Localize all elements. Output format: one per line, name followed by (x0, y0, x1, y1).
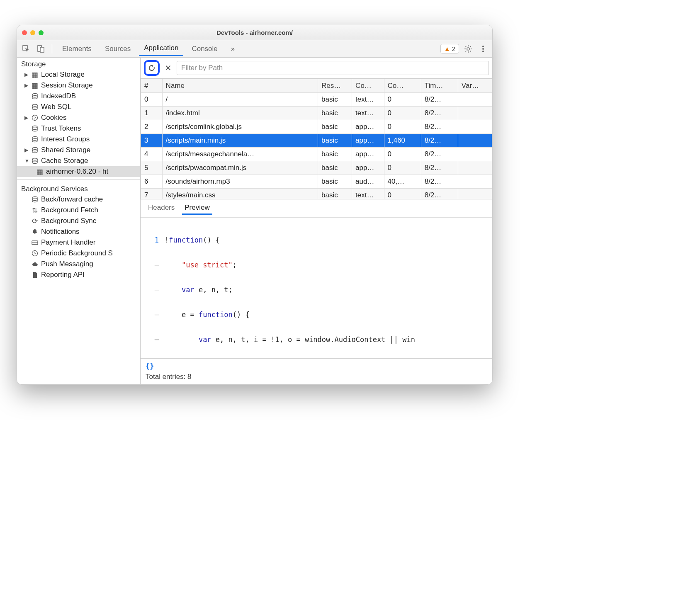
tab-elements[interactable]: Elements (57, 42, 97, 56)
col-time-cached[interactable]: Tim… (421, 79, 458, 93)
table-row[interactable]: 4/scripts/messagechannela…basicapp…08/2… (141, 148, 492, 161)
tab-headers[interactable]: Headers (146, 202, 177, 215)
inspect-icon[interactable] (20, 43, 32, 55)
cell-idx: 5 (141, 161, 163, 175)
cell-tc: 8/2… (421, 161, 458, 175)
cell-cl: 1,460 (384, 134, 421, 148)
settings-gear-icon[interactable] (462, 43, 474, 55)
svg-point-14 (32, 126, 37, 128)
sidebar-item-trust-tokens[interactable]: Trust Tokens (17, 123, 140, 134)
tab-console[interactable]: Console (187, 42, 222, 56)
cell-name: /scripts/comlink.global.js (162, 120, 318, 134)
col-content-length[interactable]: Co… (384, 79, 421, 93)
cell-tc: 8/2… (421, 107, 458, 120)
table-icon: ▦ (36, 168, 44, 175)
table-row[interactable]: 3/scripts/main.min.jsbasicapp…1,4608/2… (141, 134, 492, 148)
cell-var (458, 134, 492, 148)
tab-sources[interactable]: Sources (100, 42, 136, 56)
sidebar-item-cookies[interactable]: ▶Cookies (17, 112, 140, 123)
cookie-icon (31, 114, 39, 121)
svg-rect-2 (40, 47, 44, 52)
sidebar-item-local-storage[interactable]: ▶▦Local Storage (17, 69, 140, 80)
sidebar-item-bg-sync[interactable]: ⟳Background Sync (17, 216, 140, 226)
table-row[interactable]: 2/scripts/comlink.global.jsbasicapp…08/2… (141, 120, 492, 134)
main-toolbar: Elements Sources Application Console » ▲… (17, 40, 492, 58)
cell-var (458, 107, 492, 120)
sidebar-item-notifications[interactable]: Notifications (17, 226, 140, 237)
cell-ct: text… (352, 189, 384, 199)
cell-cl: 0 (384, 161, 421, 175)
sidebar-item-session-storage[interactable]: ▶▦Session Storage (17, 80, 140, 91)
cell-name: /index.html (162, 107, 318, 120)
clear-button[interactable]: ✕ (163, 63, 173, 73)
cloud-icon (31, 260, 39, 268)
cell-var (458, 175, 492, 189)
cell-name: /scripts/messagechannela… (162, 148, 318, 161)
sidebar-item-shared-storage[interactable]: ▶Shared Storage (17, 145, 140, 155)
sidebar-item-push[interactable]: Push Messaging (17, 259, 140, 269)
cell-name: /scripts/pwacompat.min.js (162, 161, 318, 175)
warning-icon: ▲ (444, 45, 450, 52)
bell-icon (31, 228, 39, 235)
col-response[interactable]: Res… (318, 79, 352, 93)
cell-res: basic (318, 134, 352, 148)
table-row[interactable]: 0/basictext…08/2… (141, 93, 492, 107)
sidebar-item-web-sql[interactable]: Web SQL (17, 102, 140, 112)
filter-input[interactable] (177, 61, 489, 75)
svg-point-4 (482, 46, 484, 47)
tab-application[interactable]: Application (139, 41, 183, 56)
warning-count: 2 (452, 45, 455, 52)
updown-icon: ⇅ (31, 206, 39, 214)
cell-ct: aud… (352, 175, 384, 189)
sidebar-item-cache-airhorner[interactable]: ▦airhorner-0.6.20 - ht (17, 166, 140, 177)
table-row[interactable]: 6/sounds/airhorn.mp3basicaud…40,…8/2… (141, 175, 492, 189)
tab-preview[interactable]: Preview (182, 202, 212, 215)
table-icon: ▦ (31, 71, 39, 78)
sidebar-item-interest-groups[interactable]: Interest Groups (17, 134, 140, 145)
tabs-overflow[interactable]: » (226, 42, 240, 56)
sidebar: Storage ▶▦Local Storage ▶▦Session Storag… (17, 58, 141, 384)
col-name[interactable]: Name (162, 79, 318, 93)
db-icon (31, 146, 39, 154)
sidebar-item-periodic-sync[interactable]: Periodic Background S (17, 248, 140, 259)
sidebar-item-reporting[interactable]: Reporting API (17, 269, 140, 280)
footer: {} Total entries: 8 (141, 358, 492, 384)
cell-name: /scripts/main.min.js (162, 134, 318, 148)
devtools-window: DevTools - airhorner.com/ Elements Sourc… (17, 25, 493, 385)
svg-rect-19 (32, 241, 38, 245)
col-idx[interactable]: # (141, 79, 163, 93)
cell-idx: 3 (141, 134, 163, 148)
col-content-type[interactable]: Co… (352, 79, 384, 93)
svg-point-18 (32, 197, 37, 199)
format-braces-button[interactable]: {} (146, 362, 487, 370)
table-row[interactable]: 5/scripts/pwacompat.min.jsbasicapp…08/2… (141, 161, 492, 175)
code-preview: 1!function() { – "use strict"; – var e, … (141, 218, 492, 358)
table-row[interactable]: 1/index.htmlbasictext…08/2… (141, 107, 492, 120)
svg-point-8 (32, 104, 37, 107)
svg-point-7 (32, 94, 37, 96)
col-vary[interactable]: Var… (458, 79, 492, 93)
more-icon[interactable] (477, 43, 489, 55)
cell-var (458, 161, 492, 175)
cell-idx: 7 (141, 189, 163, 199)
sidebar-item-indexeddb[interactable]: IndexedDB (17, 91, 140, 102)
warnings-badge[interactable]: ▲ 2 (440, 44, 459, 53)
cell-tc: 8/2… (421, 120, 458, 134)
sidebar-section-background: Background Services (17, 182, 140, 194)
refresh-button[interactable] (144, 60, 160, 76)
cell-cl: 0 (384, 148, 421, 161)
table-row[interactable]: 7/styles/main.cssbasictext…08/2… (141, 189, 492, 199)
cell-var (458, 93, 492, 107)
sidebar-item-payment[interactable]: Payment Handler (17, 237, 140, 248)
cell-idx: 4 (141, 148, 163, 161)
cell-res: basic (318, 148, 352, 161)
device-icon[interactable] (35, 43, 47, 55)
cell-idx: 1 (141, 107, 163, 120)
code-line: var e, n, t; (165, 286, 492, 294)
sidebar-item-bg-fetch[interactable]: ⇅Background Fetch (17, 205, 140, 216)
cell-ct: app… (352, 120, 384, 134)
sidebar-item-cache-storage[interactable]: ▼Cache Storage (17, 155, 140, 166)
svg-point-12 (34, 119, 35, 119)
cache-table-wrap: # Name Res… Co… Co… Tim… Var… 0/basictex… (141, 79, 492, 199)
sidebar-item-bfcache[interactable]: Back/forward cache (17, 194, 140, 205)
